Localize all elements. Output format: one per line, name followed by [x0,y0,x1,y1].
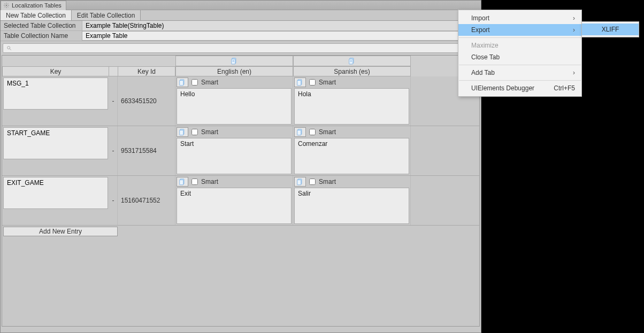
tab-edit-collection[interactable]: Edit Table Collection [72,10,141,20]
head-spanish[interactable]: Spanish (es) [293,66,411,76]
smart-checkbox[interactable] [309,179,316,185]
menu-uielements-shortcut: Ctrl+F5 [554,84,575,92]
menu-close-tab[interactable]: Close Tab [458,51,581,63]
table-row: EXIT_GAME - 15160471552 Smart Exit Sma [2,176,479,226]
locale-doc-icon [296,128,304,136]
locale-doc-icon [179,128,186,136]
tab-new-collection[interactable]: New Table Collection [1,10,72,20]
menu-export[interactable]: Export › [458,24,581,36]
locale-metadata-button[interactable] [177,177,188,187]
menu-maximize: Maximize [458,40,581,51]
menu-add-tab-label: Add Tab [471,69,495,76]
table-body: MSG_1 - 6633451520 Smart Hello Smart [2,76,479,326]
value-en-input[interactable]: Hello [177,88,292,125]
collection-name-input[interactable]: Example Table [82,31,480,41]
search-input[interactable] [3,43,479,53]
locale-doc-icon [296,178,304,185]
cell-es: Smart Hola [293,76,411,126]
add-new-entry-button[interactable]: Add New Entry [3,227,118,236]
menu-import[interactable]: Import › [458,12,581,24]
head-english-icon[interactable] [175,56,293,66]
value-es-input[interactable]: Hola [294,88,409,125]
svg-line-8 [7,4,9,5]
smart-checkbox[interactable] [191,129,198,135]
smart-checkbox[interactable] [309,129,316,135]
key-input[interactable]: START_GAME [3,127,108,159]
smart-checkbox[interactable] [191,79,198,86]
chevron-right-icon: › [573,14,575,22]
context-menu: Import › Export › Maximize Close Tab Add… [458,10,582,97]
search-icon [6,45,12,51]
collection-name-label: Table Collection Name [1,32,82,40]
svg-rect-28 [180,180,183,185]
selected-collection-value[interactable]: Example Table(StringTable) [82,21,481,30]
svg-point-0 [6,5,7,6]
submenu-xliff[interactable]: XLIFF [582,24,639,35]
locale-doc-icon [179,79,186,86]
menu-separator [459,65,581,65]
value-es-input[interactable]: Salir [294,188,409,224]
cell-en: Smart Exit [175,176,293,225]
smart-label: Smart [201,128,218,136]
locale-doc-icon [296,79,304,86]
head-key[interactable]: Key [2,66,109,76]
smart-bar: Smart [294,177,409,187]
remove-button[interactable]: - [109,176,118,225]
key-id-value: 15160471552 [118,176,175,225]
svg-line-5 [5,4,6,5]
menu-export-label: Export [471,26,490,34]
remove-button[interactable]: - [109,76,118,126]
smart-label: Smart [201,79,218,86]
smart-bar: Smart [294,78,409,87]
chevron-right-icon: › [573,69,575,76]
locale-metadata-button[interactable] [177,127,188,137]
table-row: START_GAME - 9531715584 Smart Start Sm [2,126,479,176]
smart-bar: Smart [294,127,409,137]
head-keyid[interactable]: Key Id [118,66,175,76]
locale-doc-icon [231,57,238,65]
table-row: MSG_1 - 6633451520 Smart Hello Smart [2,76,479,126]
gear-icon [3,2,10,9]
value-es-input[interactable]: Comenzar [294,138,409,174]
locale-metadata-button[interactable] [294,127,306,137]
svg-rect-30 [297,180,301,185]
smart-label: Smart [319,178,336,185]
svg-rect-22 [297,81,301,86]
svg-line-6 [7,6,9,7]
menu-add-tab[interactable]: Add Tab › [458,67,581,79]
menu-close-tab-label: Close Tab [471,53,500,61]
smart-bar: Smart [177,177,292,187]
table-head: Key Key Id English (en) Spanish (es) [2,56,479,76]
svg-line-7 [5,6,6,7]
key-input[interactable]: MSG_1 [3,78,108,110]
locale-metadata-button[interactable] [294,78,306,87]
menu-import-label: Import [471,14,489,22]
locale-metadata-button[interactable] [177,78,188,87]
value-en-input[interactable]: Exit [177,188,292,224]
menu-separator [459,37,581,38]
remove-button[interactable]: - [109,126,118,175]
smart-checkbox[interactable] [191,179,198,185]
locale-metadata-button[interactable] [294,177,306,187]
value-en-input[interactable]: Start [177,138,292,174]
smart-bar: Smart [177,127,292,137]
svg-rect-24 [180,130,183,135]
menu-uielements-debugger[interactable]: UIElements Debugger Ctrl+F5 [458,82,581,94]
smart-checkbox[interactable] [309,79,316,86]
collection-name-row: Table Collection Name Example Table [1,31,481,41]
window-title: Localization Tables [12,2,62,9]
head-spanish-icon[interactable] [293,56,411,66]
cell-es: Smart Salir [293,176,411,225]
window-title-tab[interactable]: Localization Tables [1,1,66,10]
key-id-value: 6633451520 [118,76,175,126]
head-dash [109,66,118,76]
svg-rect-20 [180,81,183,86]
head-english[interactable]: English (en) [175,66,293,76]
key-id-value: 9531715584 [118,126,175,175]
key-input[interactable]: EXIT_GAME [3,177,108,209]
export-submenu: XLIFF [581,21,639,37]
selected-collection-row: Selected Table Collection Example Table(… [1,21,481,31]
smart-label: Smart [201,178,218,185]
menu-separator [459,80,581,81]
head-spacer [2,56,175,66]
